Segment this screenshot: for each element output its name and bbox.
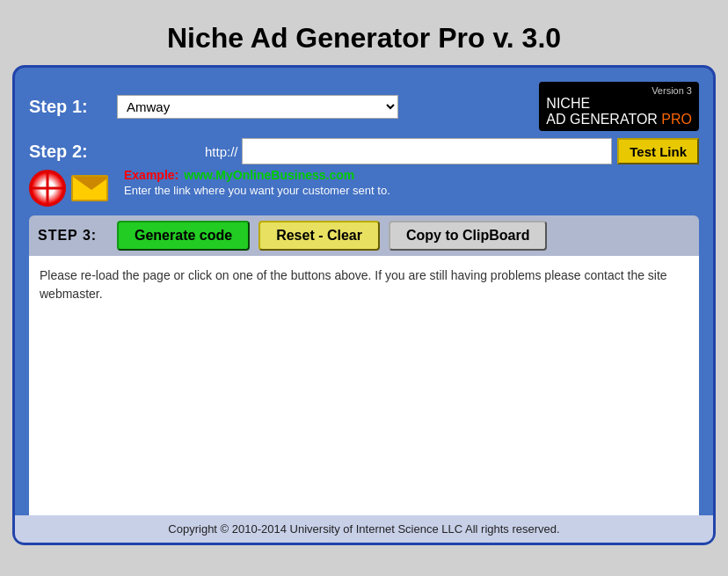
logo-text: NICHE AD GENERATOR PRO <box>546 96 692 128</box>
reset-button[interactable]: Reset - Clear <box>258 221 380 251</box>
step2-label: Step 2: <box>29 142 117 162</box>
step3-row: Step 3: Generate code Reset - Clear Copy… <box>29 215 699 256</box>
clipboard-button[interactable]: Copy to ClipBoard <box>389 221 547 251</box>
test-link-button[interactable]: Test Link <box>617 138 699 164</box>
page-title: Niche Ad Generator Pro v. 3.0 <box>9 9 719 65</box>
step1-row: Step 1: Amway Amazon ClickBank Commissio… <box>29 82 699 131</box>
logo-ad-generator: AD GENERATOR <box>546 112 661 127</box>
example-text-block: Example: www.MyOnlineBusiness.com Enter … <box>124 168 390 197</box>
logo-version: Version 3 <box>652 85 692 96</box>
main-container: Step 1: Amway Amazon ClickBank Commissio… <box>12 65 716 545</box>
logo-niche: NICHE <box>546 96 590 111</box>
example-description: Enter the link where you want your custo… <box>124 184 390 197</box>
logo-pro: PRO <box>661 112 692 127</box>
email-icon <box>71 175 108 201</box>
footer: Copyright © 2010-2014 University of Inte… <box>15 515 713 543</box>
icons-group <box>29 168 117 207</box>
icons-example-row: Example: www.MyOnlineBusiness.com Enter … <box>29 168 699 207</box>
generate-button[interactable]: Generate code <box>117 221 250 251</box>
step3-label: Step 3: <box>38 228 108 244</box>
step2-row: Step 2: http:// Test Link <box>29 138 699 164</box>
logo: Version 3 NICHE AD GENERATOR PRO <box>539 82 699 131</box>
target-icon <box>29 170 66 207</box>
example-url: www.MyOnlineBusiness.com <box>184 168 354 182</box>
copyright-text: Copyright © 2010-2014 University of Inte… <box>168 522 559 536</box>
example-label: Example: <box>124 168 178 182</box>
step1-label: Step 1: <box>29 97 117 117</box>
niche-dropdown[interactable]: Amway Amazon ClickBank Commission Juncti… <box>117 95 398 119</box>
http-prefix: http:// <box>205 144 238 159</box>
url-input[interactable] <box>242 138 613 164</box>
output-message: Please re-load the page or click on one … <box>40 268 667 301</box>
example-line: Example: www.MyOnlineBusiness.com <box>124 168 390 182</box>
output-area: Please re-load the page or click on one … <box>29 256 699 515</box>
